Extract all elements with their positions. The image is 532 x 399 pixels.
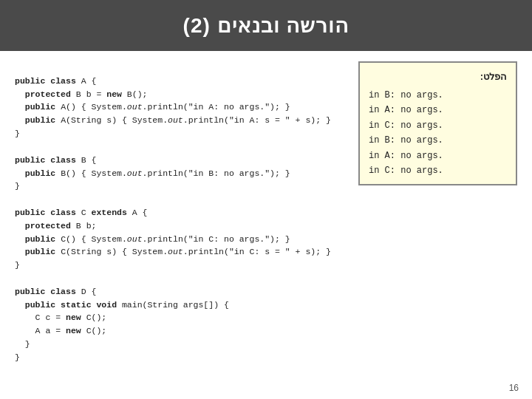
page-number: 16	[509, 383, 519, 393]
output-line-1: in B: no args.	[369, 88, 507, 103]
output-box: הפלט: in B: no args. in A: no args. in C…	[358, 61, 517, 185]
output-line-2: in A: no args.	[369, 103, 507, 117]
code-classA: public class A { protected B b = new B()…	[15, 76, 331, 138]
page-title: הורשה ובנאים (2)	[183, 14, 349, 37]
title-bar: הורשה ובנאים (2)	[0, 0, 532, 51]
output-line-4: in B: no args.	[369, 133, 507, 148]
output-line-3: in C: no args.	[369, 118, 507, 133]
output-label: הפלט:	[369, 69, 507, 85]
output-line-6: in C: no args.	[369, 163, 507, 178]
code-classD: public class D { public static void main…	[15, 287, 229, 362]
code-classB: public class B { public B() { System.out…	[15, 155, 290, 191]
output-lines: in B: no args. in A: no args. in C: no a…	[369, 88, 507, 178]
output-line-5: in A: no args.	[369, 149, 507, 163]
code-classC: public class C extends A { protected B b…	[15, 208, 331, 270]
